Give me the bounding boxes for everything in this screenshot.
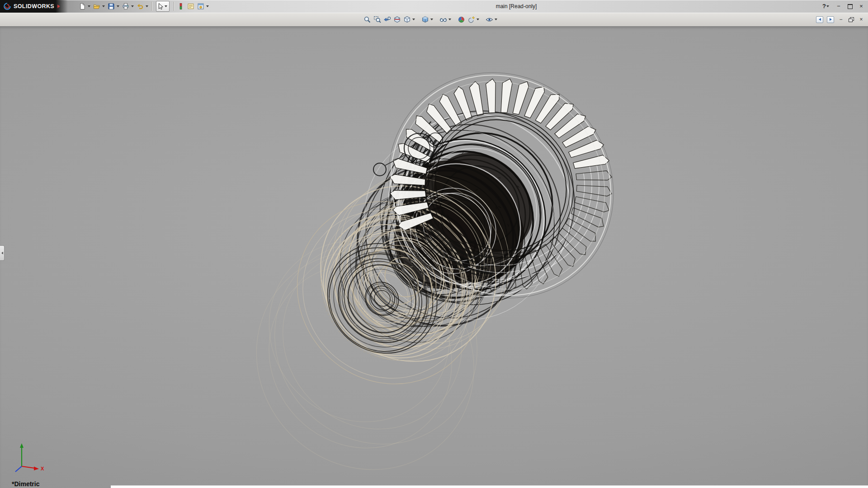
open-button[interactable]	[92, 1, 102, 11]
view-settings-eye-icon	[486, 16, 493, 23]
feature-manager-splitter[interactable]	[0, 245, 5, 261]
restore-icon	[849, 19, 853, 22]
print-icon	[122, 3, 129, 10]
appearances-dropdown[interactable]	[206, 5, 209, 7]
view-settings-button[interactable]	[484, 14, 494, 24]
doc-restore-button[interactable]	[848, 17, 854, 23]
new-document-icon	[79, 3, 86, 10]
view-orientation-icon	[403, 16, 411, 23]
edit-appearance-icon	[458, 16, 465, 23]
help-glyph: ?	[822, 3, 826, 10]
zoom-to-fit-icon	[363, 16, 371, 23]
options-button[interactable]	[186, 1, 196, 11]
toolbar-separator	[151, 2, 152, 11]
help-button[interactable]: ?	[822, 3, 830, 10]
help-dropdown-icon	[826, 5, 829, 7]
nav-back-icon	[819, 18, 821, 21]
triad-x-axis	[34, 467, 39, 471]
maximize-icon	[848, 4, 853, 9]
close-button[interactable]: ×	[858, 3, 864, 10]
print-dropdown[interactable]	[131, 5, 134, 7]
view-orientation-dropdown[interactable]	[412, 19, 415, 20]
save-floppy-icon	[108, 3, 115, 10]
print-button[interactable]	[121, 1, 131, 11]
select-cursor-icon	[157, 3, 164, 10]
save-button[interactable]	[106, 1, 116, 11]
triad-z-axis	[15, 466, 22, 472]
apply-scene-dropdown[interactable]	[476, 19, 479, 20]
engine-wireframe-model[interactable]	[0, 26, 868, 488]
view-settings-dropdown[interactable]	[495, 19, 497, 20]
brand-text: SOLIDWORKS	[14, 3, 54, 9]
window-controls: ? − ×	[822, 0, 864, 13]
doc-close-button[interactable]: ×	[858, 16, 864, 23]
previous-view-icon	[383, 16, 391, 23]
doc-nav-back-button[interactable]	[816, 16, 823, 23]
new-document-button[interactable]	[77, 1, 87, 11]
collapse-panel-icon	[1, 252, 3, 254]
previous-view-button[interactable]	[382, 14, 392, 24]
select-dropdown[interactable]	[165, 5, 167, 7]
selection-filter-icon	[177, 3, 184, 10]
app-brand: SOLIDWORKS	[0, 0, 68, 13]
hide-show-items-icon	[439, 16, 447, 23]
hide-show-items-button[interactable]	[438, 14, 448, 24]
nav-forward-icon	[830, 18, 832, 21]
title-bar: SOLIDWORKS	[0, 0, 868, 13]
view-orientation-button[interactable]	[402, 14, 412, 24]
triad-y-axis	[20, 443, 24, 448]
apply-scene-button[interactable]	[466, 14, 476, 24]
minimize-button[interactable]: −	[835, 3, 842, 10]
graphics-area[interactable]: X *Dimetric	[0, 26, 868, 488]
appearances-icon	[197, 3, 204, 10]
open-folder-icon	[93, 3, 100, 10]
undo-dropdown[interactable]	[146, 5, 148, 7]
maximize-button[interactable]	[847, 4, 853, 9]
undo-button[interactable]	[135, 1, 145, 11]
select-button[interactable]	[156, 1, 170, 12]
section-view-icon	[393, 16, 401, 23]
zoom-to-area-button[interactable]	[372, 14, 382, 24]
doc-minimize-button[interactable]: −	[838, 16, 844, 23]
main-toolbar	[77, 0, 210, 13]
new-document-dropdown[interactable]	[88, 5, 90, 7]
save-dropdown[interactable]	[117, 5, 119, 7]
doc-nav-forward-button[interactable]	[827, 16, 834, 23]
orientation-triad: X	[6, 438, 49, 476]
window-title: main [Read-only]	[496, 0, 537, 13]
apply-scene-icon	[467, 16, 475, 23]
undo-arrow-icon	[137, 3, 144, 10]
heads-up-toolbar	[362, 13, 499, 26]
edit-appearance-button[interactable]	[456, 14, 466, 24]
appearances-button[interactable]	[196, 1, 206, 11]
status-strip	[111, 485, 868, 488]
dassault-systemes-logo-icon	[3, 2, 11, 10]
toolbar-separator	[174, 2, 174, 11]
options-icon	[187, 3, 194, 10]
display-style-button[interactable]	[420, 14, 430, 24]
triad-x-label: X	[41, 466, 44, 471]
zoom-to-area-icon	[373, 16, 381, 23]
brand-arrow-icon	[57, 5, 60, 8]
zoom-to-fit-button[interactable]	[362, 14, 372, 24]
section-view-button[interactable]	[392, 14, 402, 24]
hide-show-items-dropdown[interactable]	[448, 19, 451, 20]
display-style-icon	[421, 16, 429, 23]
document-window-controls: − ×	[816, 13, 864, 26]
display-style-dropdown[interactable]	[430, 19, 433, 20]
selection-filter-button[interactable]	[176, 1, 186, 11]
open-dropdown[interactable]	[102, 5, 105, 7]
view-orientation-label: *Dimetric	[12, 480, 39, 488]
view-toolbar-row: − ×	[0, 13, 868, 27]
